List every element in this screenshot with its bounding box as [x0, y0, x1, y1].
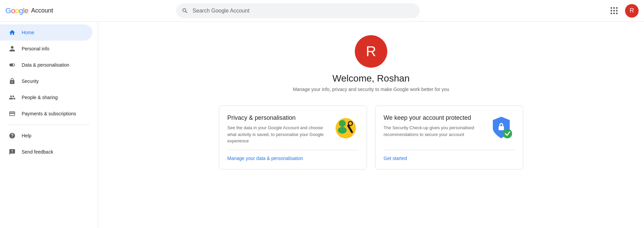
help-icon: [8, 132, 16, 140]
sidebar-payments-label: Payments & subscriptions: [22, 111, 76, 116]
sidebar-item-payments[interactable]: Payments & subscriptions: [0, 106, 92, 122]
security-card-text: We keep your account protected The Secur…: [384, 114, 482, 138]
header-right: R: [607, 4, 639, 18]
toggle-icon: [8, 61, 16, 69]
sidebar-item-help[interactable]: Help: [0, 128, 92, 144]
google-logo: Google: [5, 6, 28, 15]
svg-point-1: [339, 120, 346, 127]
search-input[interactable]: [176, 3, 420, 18]
lock-icon: [8, 77, 16, 85]
privacy-card-divider: [227, 150, 359, 150]
security-card-link[interactable]: Get started: [384, 156, 515, 161]
sidebar: Home Personal info Data & personalisatio…: [0, 22, 98, 228]
sidebar-item-personal-info[interactable]: Personal info: [0, 41, 92, 57]
privacy-illustration: [331, 114, 359, 141]
people-icon: [8, 93, 16, 101]
header: Google Account R: [0, 0, 644, 22]
privacy-card-text: Privacy & personalisation See the data i…: [227, 114, 326, 144]
sidebar-help-label: Help: [22, 133, 31, 138]
sidebar-data-label: Data & personalisation: [22, 62, 69, 68]
sidebar-people-label: People & sharing: [22, 95, 58, 100]
security-card-divider: [384, 150, 515, 150]
user-avatar[interactable]: R: [625, 4, 639, 18]
sidebar-divider: [8, 124, 90, 125]
sidebar-item-security[interactable]: Security: [0, 73, 92, 89]
sidebar-personal-info-label: Personal info: [22, 46, 49, 51]
sidebar-home-label: Home: [22, 30, 34, 35]
layout: Home Personal info Data & personalisatio…: [0, 22, 644, 228]
cards-row: Privacy & personalisation See the data i…: [219, 106, 523, 169]
privacy-card-title: Privacy & personalisation: [227, 114, 326, 122]
security-illustration: [488, 114, 515, 141]
person-icon: [8, 45, 16, 53]
card-icon: [8, 110, 16, 118]
privacy-card-link[interactable]: Manage your data & personalisation: [227, 156, 359, 161]
sidebar-item-data-personalisation[interactable]: Data & personalisation: [0, 57, 92, 73]
svg-rect-5: [499, 126, 504, 130]
welcome-heading: Welcome, Roshan: [332, 73, 410, 84]
profile-section: R Welcome, Roshan Manage your info, priv…: [293, 35, 449, 92]
profile-avatar: R: [355, 35, 387, 68]
svg-point-6: [503, 129, 512, 138]
search-icon: [182, 7, 188, 14]
security-card-desc: The Security Check-up gives you personal…: [384, 124, 482, 138]
account-title: Account: [31, 7, 53, 14]
privacy-card: Privacy & personalisation See the data i…: [219, 106, 367, 169]
sidebar-security-label: Security: [22, 78, 39, 84]
privacy-card-desc: See the data in your Google Account and …: [227, 124, 326, 144]
apps-button[interactable]: [607, 4, 621, 18]
sidebar-item-feedback[interactable]: Send feedback: [0, 144, 92, 160]
privacy-card-body: Privacy & personalisation See the data i…: [227, 114, 359, 144]
main-content: R Welcome, Roshan Manage your info, priv…: [98, 22, 644, 228]
security-card-body: We keep your account protected The Secur…: [384, 114, 515, 144]
svg-point-2: [338, 127, 347, 134]
sidebar-item-people-sharing[interactable]: People & sharing: [0, 89, 92, 106]
feedback-icon: [8, 148, 16, 156]
subtitle-text: Manage your info, privacy and security t…: [293, 87, 449, 92]
sidebar-item-home[interactable]: Home: [0, 24, 92, 41]
security-card: We keep your account protected The Secur…: [375, 106, 523, 169]
logo-section: Google Account: [5, 6, 80, 15]
search-bar: [176, 3, 420, 18]
sidebar-feedback-label: Send feedback: [22, 149, 53, 155]
home-icon: [8, 28, 16, 37]
security-card-title: We keep your account protected: [384, 114, 482, 122]
